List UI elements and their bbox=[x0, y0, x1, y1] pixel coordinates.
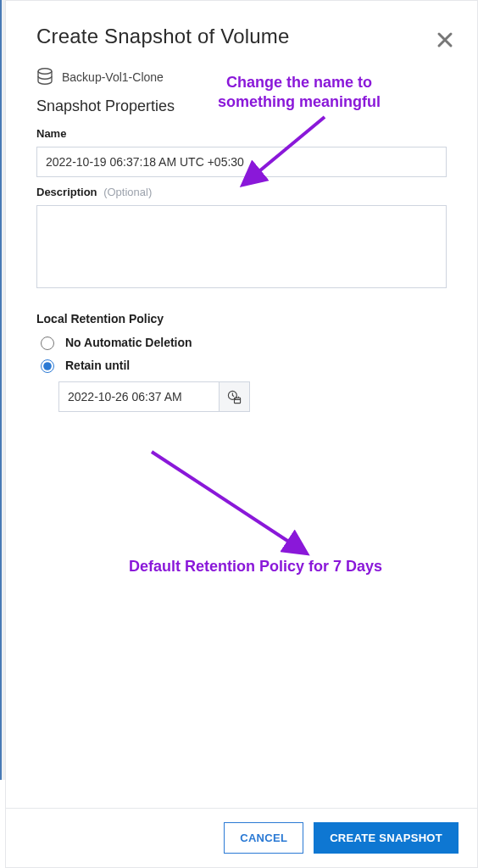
properties-heading: Snapshot Properties bbox=[36, 97, 447, 115]
radio-no-deletion[interactable] bbox=[41, 337, 54, 350]
dialog-panel: Create Snapshot of Volume Backup-Vol1-Cl… bbox=[5, 0, 478, 868]
retain-date-row bbox=[58, 381, 447, 412]
description-input[interactable] bbox=[36, 205, 447, 288]
dialog-title: Create Snapshot of Volume bbox=[36, 25, 447, 48]
clock-calendar-icon bbox=[227, 390, 242, 404]
name-input[interactable] bbox=[36, 147, 447, 177]
retention-heading: Local Retention Policy bbox=[36, 312, 447, 326]
name-label: Name bbox=[36, 127, 447, 140]
radio-retain-until-label[interactable]: Retain until bbox=[65, 359, 130, 372]
radio-no-deletion-label[interactable]: No Automatic Deletion bbox=[65, 336, 192, 349]
volume-name: Backup-Vol1-Clone bbox=[62, 70, 164, 84]
datetime-picker-button[interactable] bbox=[220, 381, 250, 412]
create-snapshot-button[interactable]: CREATE SNAPSHOT bbox=[314, 822, 459, 854]
radio-retain-until-row: Retain until bbox=[36, 357, 447, 373]
description-optional: (Optional) bbox=[103, 186, 152, 198]
radio-no-deletion-row: No Automatic Deletion bbox=[36, 334, 447, 350]
close-icon bbox=[435, 30, 455, 50]
cancel-button[interactable]: CANCEL bbox=[224, 822, 303, 854]
dialog-content: Backup-Vol1-Clone Snapshot Properties Na… bbox=[6, 55, 477, 808]
close-button[interactable] bbox=[435, 30, 455, 50]
radio-retain-until[interactable] bbox=[41, 359, 54, 373]
volume-row: Backup-Vol1-Clone bbox=[36, 67, 447, 87]
description-label-text: Description bbox=[36, 186, 97, 198]
dialog-footer: CANCEL CREATE SNAPSHOT bbox=[6, 808, 477, 867]
description-label: Description (Optional) bbox=[36, 186, 447, 198]
retain-until-input[interactable] bbox=[58, 381, 220, 412]
database-icon bbox=[36, 67, 53, 87]
dialog-header: Create Snapshot of Volume bbox=[6, 1, 477, 55]
svg-point-0 bbox=[38, 69, 52, 74]
